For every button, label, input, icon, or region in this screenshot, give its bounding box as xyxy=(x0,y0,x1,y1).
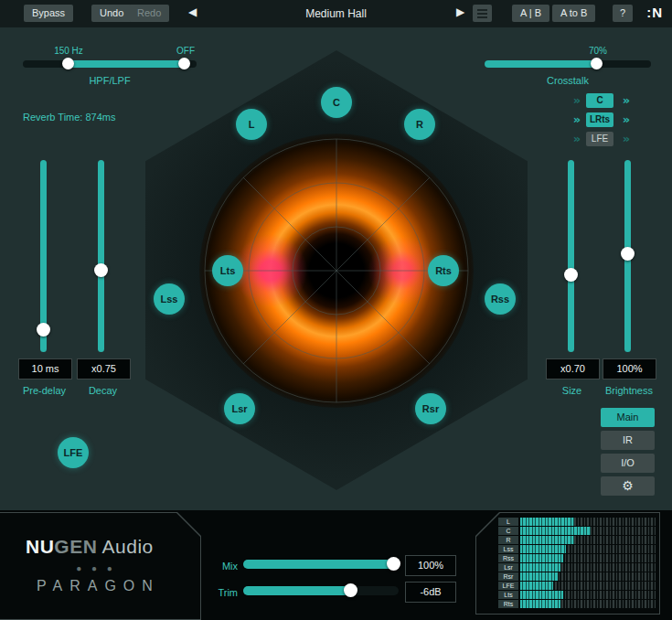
previous-preset-icon[interactable]: ◀ xyxy=(188,5,197,18)
view-main-button[interactable]: Main xyxy=(601,408,655,427)
channel-node-rts[interactable]: Rts xyxy=(428,255,459,286)
brightness-fader-handle[interactable] xyxy=(621,247,635,261)
trim-value[interactable]: -6dB xyxy=(405,582,456,603)
channel-node-rsr[interactable]: Rsr xyxy=(415,393,446,424)
trim-handle[interactable] xyxy=(344,583,357,597)
meter-label: LFE xyxy=(498,582,518,590)
channel-node-lsr[interactable]: Lsr xyxy=(224,393,255,424)
next-preset-icon[interactable]: ▶ xyxy=(456,5,464,18)
meter-track xyxy=(520,582,656,590)
meter-row: Lts xyxy=(498,591,656,599)
mix-value[interactable]: 100% xyxy=(405,555,456,576)
meter-level xyxy=(520,582,553,590)
undo-button[interactable]: Undo xyxy=(91,5,132,22)
meter-label: R xyxy=(498,536,518,544)
hpf-lpf-label: HPF/LPF xyxy=(23,75,197,86)
meter-row: Rsr xyxy=(498,572,656,581)
size-label: Size xyxy=(546,385,598,396)
paragon-plugin-window: Medium Hall Bypass Undo Redo ◀ ▶ A | B A… xyxy=(0,0,672,620)
decay-fader[interactable] xyxy=(98,160,104,352)
crosstalk-slider[interactable] xyxy=(485,60,651,68)
meter-row: Lsr xyxy=(498,563,656,572)
meter-row: Lss xyxy=(498,545,656,553)
channel-node-lts[interactable]: Lts xyxy=(212,255,243,286)
lpf-value-label: OFF xyxy=(158,46,213,56)
trim-label: Trim xyxy=(208,587,238,598)
meter-level xyxy=(520,600,560,608)
meter-level xyxy=(520,563,560,572)
meter-label: Rsr xyxy=(498,572,518,581)
route-send-right-icon[interactable]: » xyxy=(618,93,635,107)
meter-label: Rss xyxy=(498,554,518,562)
channel-node-r[interactable]: R xyxy=(404,109,435,140)
brand-panel: NUGEN Audio ● ● ● PARAGON xyxy=(0,513,200,619)
meter-row: Rts xyxy=(498,600,656,608)
mix-slider[interactable] xyxy=(243,560,399,569)
brightness-fader[interactable] xyxy=(624,160,631,352)
redo-button[interactable]: Redo xyxy=(129,5,169,22)
mix-handle[interactable] xyxy=(387,557,400,571)
meter-track xyxy=(520,518,656,526)
help-button[interactable]: ? xyxy=(613,5,633,22)
lpf-handle[interactable] xyxy=(178,58,190,69)
meter-track xyxy=(520,536,656,544)
brand-audio: Audio xyxy=(97,536,153,557)
a-to-b-button[interactable]: A to B xyxy=(552,5,595,22)
route-send-right-icon[interactable]: » xyxy=(618,112,635,126)
size-fader-handle[interactable] xyxy=(564,268,578,282)
meter-level xyxy=(520,572,558,581)
channel-node-lfe[interactable]: LFE xyxy=(58,437,89,468)
hpf-lpf-slider[interactable] xyxy=(23,60,197,68)
channel-node-lss[interactable]: Lss xyxy=(154,283,185,315)
bypass-button[interactable]: Bypass xyxy=(24,5,73,22)
route-send-left-icon[interactable]: » xyxy=(569,132,585,145)
top-toolbar: Medium Hall Bypass Undo Redo ◀ ▶ A | B A… xyxy=(0,0,672,27)
brand-nu: NU xyxy=(26,536,54,557)
meter-level xyxy=(520,527,591,535)
crosstalk-handle[interactable] xyxy=(591,58,603,69)
preset-list-icon[interactable] xyxy=(473,5,492,22)
brightness-value[interactable]: 100% xyxy=(603,358,656,379)
meter-track xyxy=(520,527,656,535)
decay-value[interactable]: x0.75 xyxy=(77,358,131,379)
meter-level xyxy=(520,554,563,562)
predelay-value[interactable]: 10 ms xyxy=(18,358,72,379)
meter-label: L xyxy=(498,518,518,526)
size-value[interactable]: x0.70 xyxy=(546,358,600,379)
decay-label: Decay xyxy=(77,385,129,396)
predelay-fader-handle[interactable] xyxy=(37,323,50,337)
route-c-button[interactable]: C xyxy=(586,93,613,108)
settings-gear-icon[interactable]: ⚙ xyxy=(601,476,655,496)
output-level-meters: L C R Lss Rss Lsr Rsr LFE Lts Rts xyxy=(498,518,656,609)
hpf-handle[interactable] xyxy=(62,58,74,69)
size-fader[interactable] xyxy=(568,160,574,352)
nugen-audio-wordmark: NUGEN Audio xyxy=(26,536,154,558)
meter-row: LFE xyxy=(498,582,656,590)
route-send-right-icon[interactable]: » xyxy=(618,132,635,145)
predelay-fader[interactable] xyxy=(40,160,47,352)
meter-track xyxy=(520,572,656,581)
route-send-left-icon[interactable]: » xyxy=(569,93,585,107)
trim-slider[interactable] xyxy=(243,586,399,595)
product-name: PARAGON xyxy=(37,578,160,594)
channel-node-l[interactable]: L xyxy=(236,109,267,140)
view-ir-button[interactable]: IR xyxy=(601,431,655,450)
route-send-left-icon[interactable]: » xyxy=(569,112,585,126)
hpf-value-label: 150 Hz xyxy=(41,46,96,56)
route-lrts-button[interactable]: LRts xyxy=(586,112,613,127)
hpf-lpf-range-fill xyxy=(69,60,185,68)
route-lfe-button[interactable]: LFE xyxy=(586,132,613,146)
meter-row: Rss xyxy=(498,554,656,562)
crosstalk-fill xyxy=(485,60,597,68)
channel-node-c[interactable]: C xyxy=(321,87,352,118)
trim-fill xyxy=(243,586,351,595)
decay-fader-handle[interactable] xyxy=(94,263,108,277)
view-io-button[interactable]: I/O xyxy=(601,454,655,473)
meter-track xyxy=(520,545,656,553)
brightness-label: Brightness xyxy=(596,385,662,396)
meter-label: C xyxy=(498,527,518,535)
channel-node-rss[interactable]: Rss xyxy=(485,283,516,315)
ab-compare-button[interactable]: A | B xyxy=(512,5,549,22)
brand-dots: ● ● ● xyxy=(0,563,192,573)
meter-level xyxy=(520,591,563,599)
